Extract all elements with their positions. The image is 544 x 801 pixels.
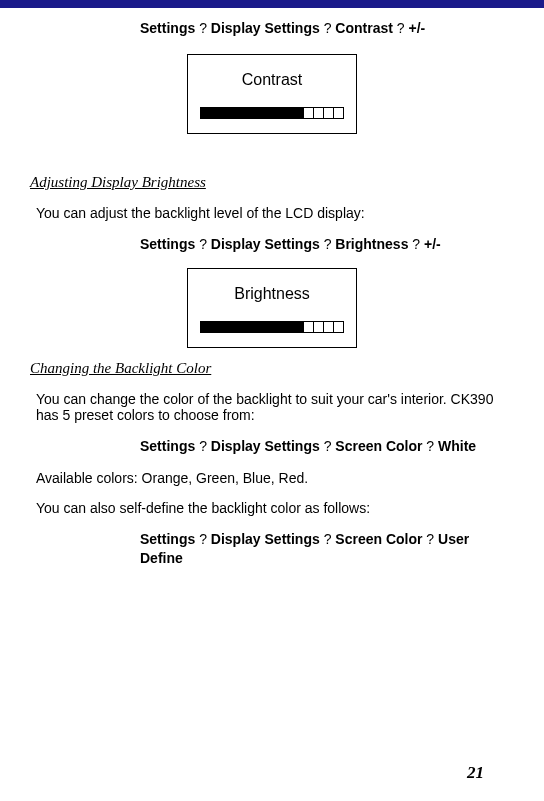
section-heading-brightness: Adjusting Display Brightness xyxy=(30,174,514,191)
body-text: You can adjust the backlight level of th… xyxy=(30,205,514,221)
breadcrumb-brightness: Settings ? Display Settings ? Brightness… xyxy=(30,235,514,254)
crumb: Display Settings xyxy=(211,438,320,454)
crumb-sep: ? xyxy=(199,20,207,36)
crumb: Settings xyxy=(140,236,195,252)
crumb: Settings xyxy=(140,20,195,36)
body-text: Available colors: Orange, Green, Blue, R… xyxy=(30,470,514,486)
body-text: You can change the color of the backligh… xyxy=(30,391,514,423)
crumb-sep: ? xyxy=(324,20,332,36)
page-number: 21 xyxy=(467,763,484,783)
crumb-sep: ? xyxy=(199,531,207,547)
crumb-sep: ? xyxy=(397,20,405,36)
crumb: Screen Color xyxy=(335,531,422,547)
crumb-sep: ? xyxy=(324,236,332,252)
screen-title: Brightness xyxy=(200,285,344,303)
body-text: You can also self-define the backlight c… xyxy=(30,500,514,516)
page-content: Settings ? Display Settings ? Contrast ?… xyxy=(0,8,544,568)
breadcrumb-contrast: Settings ? Display Settings ? Contrast ?… xyxy=(30,20,514,36)
contrast-screen: Contrast xyxy=(187,54,357,134)
crumb-sep: ? xyxy=(324,438,332,454)
brightness-screen: Brightness xyxy=(187,268,357,348)
breadcrumb-screen-color-white: Settings ? Display Settings ? Screen Col… xyxy=(30,437,514,456)
crumb: Contrast xyxy=(335,20,393,36)
section-heading-backlight: Changing the Backlight Color xyxy=(30,360,514,377)
crumb: Settings xyxy=(140,438,195,454)
crumb-sep: ? xyxy=(426,438,434,454)
crumb-sep: ? xyxy=(426,531,434,547)
crumb-sep: ? xyxy=(412,236,420,252)
screen-title: Contrast xyxy=(200,71,344,89)
crumb: +/- xyxy=(424,236,441,252)
crumb: Brightness xyxy=(335,236,408,252)
crumb: Screen Color xyxy=(335,438,422,454)
progress-bar xyxy=(200,321,344,333)
crumb-sep: ? xyxy=(324,531,332,547)
breadcrumb-screen-color-user: Settings ? Display Settings ? Screen Col… xyxy=(30,530,514,568)
crumb-sep: ? xyxy=(199,236,207,252)
top-divider xyxy=(0,0,544,8)
progress-bar xyxy=(200,107,344,119)
crumb: Display Settings xyxy=(211,236,320,252)
crumb: +/- xyxy=(408,20,425,36)
crumb: Settings xyxy=(140,531,195,547)
crumb: Display Settings xyxy=(211,531,320,547)
crumb-sep: ? xyxy=(199,438,207,454)
crumb: Display Settings xyxy=(211,20,320,36)
crumb: White xyxy=(438,438,476,454)
